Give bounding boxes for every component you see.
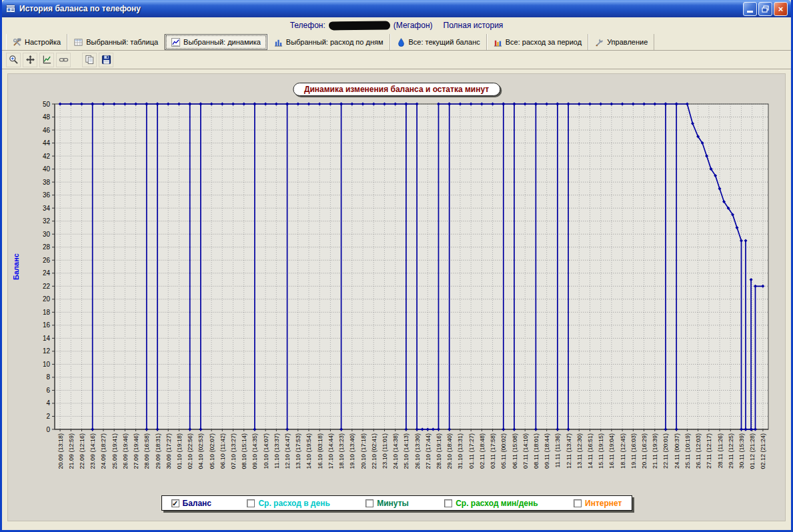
pan-button[interactable] <box>23 53 37 67</box>
tab-selected-daily-expense[interactable]: Выбранный: расход по дням <box>267 34 390 50</box>
legend-checkbox-internet[interactable] <box>574 499 582 507</box>
svg-text:12.11 (13:47): 12.11 (13:47) <box>566 433 572 469</box>
restore-button[interactable] <box>758 2 772 16</box>
svg-text:03.11 (17:58): 03.11 (17:58) <box>490 433 496 469</box>
tab-label: Настройка <box>25 38 61 46</box>
window-title: История баланса по телефону <box>19 4 141 13</box>
svg-text:09.10 (14:35): 09.10 (14:35) <box>251 433 258 469</box>
svg-text:24.10 (14:38): 24.10 (14:38) <box>392 433 399 469</box>
svg-text:46: 46 <box>43 127 51 134</box>
svg-text:26: 26 <box>43 257 51 264</box>
copy-icon <box>85 55 95 65</box>
chart-legend: ✓БалансСр. расход в деньМинутыСр. расход… <box>161 495 632 511</box>
close-button[interactable]: × <box>774 2 788 16</box>
phone-label: Телефон: <box>290 21 325 30</box>
legend-checkbox-avg-expense-per-day[interactable] <box>247 499 255 507</box>
svg-text:44: 44 <box>43 139 51 147</box>
link-button[interactable] <box>56 53 71 67</box>
svg-text:48: 48 <box>43 113 51 121</box>
tab-selected-dynamics[interactable]: Выбранный: динамика <box>165 34 267 50</box>
tab-settings[interactable]: Настройка <box>6 34 67 50</box>
save-button[interactable] <box>99 53 113 67</box>
svg-text:25.09 (19:41): 25.09 (19:41) <box>111 433 118 469</box>
window-controls: × <box>743 2 788 16</box>
pan-icon <box>25 55 35 65</box>
legend-checkbox-minutes[interactable] <box>365 499 373 507</box>
chart-panel: Динамика изменения баланса и остатка мин… <box>7 73 786 521</box>
zoom-in-icon <box>9 55 19 65</box>
balance-chart[interactable]: 0246810121416182022242628303234363840424… <box>8 74 785 493</box>
svg-text:Баланс: Баланс <box>12 253 20 280</box>
svg-text:05.11 (00:02): 05.11 (00:02) <box>500 433 507 469</box>
svg-text:16: 16 <box>43 321 51 329</box>
svg-text:21.11 (19:39): 21.11 (19:39) <box>652 433 658 469</box>
svg-text:10: 10 <box>43 361 51 368</box>
svg-text:10.10 (14:07): 10.10 (14:07) <box>263 433 269 469</box>
zoom-in-button[interactable] <box>6 53 21 67</box>
histogram-icon <box>494 38 502 47</box>
legend-checkbox-avg-expense-min-per-day[interactable] <box>444 499 452 507</box>
copy-button[interactable] <box>82 53 97 67</box>
legend-checkbox-balance[interactable]: ✓ <box>171 499 179 507</box>
save-icon <box>101 55 111 65</box>
legend-item-balance: ✓Баланс <box>171 499 212 508</box>
chart-button[interactable] <box>39 53 54 67</box>
tab-all-current-balance[interactable]: Все: текущий баланс <box>390 34 487 50</box>
svg-text:24.11 (00:37): 24.11 (00:37) <box>674 433 680 469</box>
tab-all-expense-period[interactable]: Все: расход за период <box>487 34 588 50</box>
svg-text:8: 8 <box>46 373 50 381</box>
svg-text:04.10 (02:53): 04.10 (02:53) <box>197 433 204 469</box>
legend-item-minutes: Минуты <box>365 499 409 508</box>
legend-item-internet: Интернет <box>574 499 622 508</box>
svg-text:14: 14 <box>43 335 51 342</box>
restore-icon <box>762 5 769 13</box>
svg-text:29.11 (12:25): 29.11 (12:25) <box>728 433 734 469</box>
svg-text:19.10 (13:40): 19.10 (13:40) <box>349 433 355 469</box>
legend-label: Ср. расход мин/день <box>456 499 538 508</box>
tab-label: Выбранный: таблица <box>86 38 158 46</box>
svg-text:18.11 (12:45): 18.11 (12:45) <box>620 433 626 469</box>
svg-text:23.10 (11:01): 23.10 (11:01) <box>381 433 388 469</box>
svg-text:20.09 (13:18): 20.09 (13:18) <box>57 433 64 469</box>
svg-text:17.10 (14:44): 17.10 (14:44) <box>327 433 334 469</box>
table-icon <box>74 38 83 47</box>
wrench-icon <box>595 38 604 47</box>
svg-text:12.10 (14:47): 12.10 (14:47) <box>284 433 291 469</box>
svg-text:32: 32 <box>43 217 51 225</box>
svg-text:2: 2 <box>46 413 50 420</box>
svg-text:02.12 (21:24): 02.12 (21:24) <box>760 433 766 469</box>
svg-text:20: 20 <box>43 295 51 303</box>
svg-text:20.10 (17:18): 20.10 (17:18) <box>360 433 367 469</box>
svg-text:40: 40 <box>43 165 51 173</box>
svg-text:14.10 (19:54): 14.10 (19:54) <box>305 433 312 469</box>
tab-management[interactable]: Управление <box>588 34 654 50</box>
titlebar: История баланса по телефону × <box>2 0 791 17</box>
svg-text:25.11 (10:19): 25.11 (10:19) <box>684 433 691 469</box>
minimize-button[interactable] <box>743 2 757 16</box>
svg-text:08.11 (18:01): 08.11 (18:01) <box>533 433 540 469</box>
svg-text:16.11 (19:04): 16.11 (19:04) <box>608 433 615 469</box>
tab-selected-table[interactable]: Выбранный: таблица <box>67 34 165 50</box>
bar-chart-icon <box>274 38 283 47</box>
chart-toolbar <box>2 51 791 69</box>
app-window: История баланса по телефону × Телефон: (… <box>0 0 793 532</box>
chart-title: Динамика изменения баланса и остатка мин… <box>293 83 500 96</box>
svg-text:24: 24 <box>43 269 51 277</box>
svg-text:28.09 (16:58): 28.09 (16:58) <box>143 433 150 469</box>
svg-text:28.11 (11:26): 28.11 (11:26) <box>717 433 724 468</box>
svg-text:13.10 (17:53): 13.10 (17:53) <box>295 433 301 469</box>
link-icon <box>59 55 69 65</box>
legend-item-avg-expense-min-per-day: Ср. расход мин/день <box>444 499 538 508</box>
chart-icon <box>42 55 52 65</box>
svg-text:27.11 (12:17): 27.11 (12:17) <box>706 433 712 469</box>
phone-number-redacted <box>329 21 390 30</box>
svg-text:09.11 (18:44): 09.11 (18:44) <box>544 433 550 469</box>
app-icon[interactable] <box>5 3 16 14</box>
svg-text:16.10 (03:18): 16.10 (03:18) <box>317 433 323 469</box>
svg-text:6: 6 <box>46 387 50 394</box>
legend-item-avg-expense-per-day: Ср. расход в день <box>247 499 329 508</box>
svg-text:22.09 (12:16): 22.09 (12:16) <box>79 433 85 469</box>
svg-text:07.11 (14:10): 07.11 (14:10) <box>522 433 529 469</box>
tab-label: Все: расход за период <box>506 38 582 46</box>
svg-text:22.10 (02:41): 22.10 (02:41) <box>371 433 377 469</box>
